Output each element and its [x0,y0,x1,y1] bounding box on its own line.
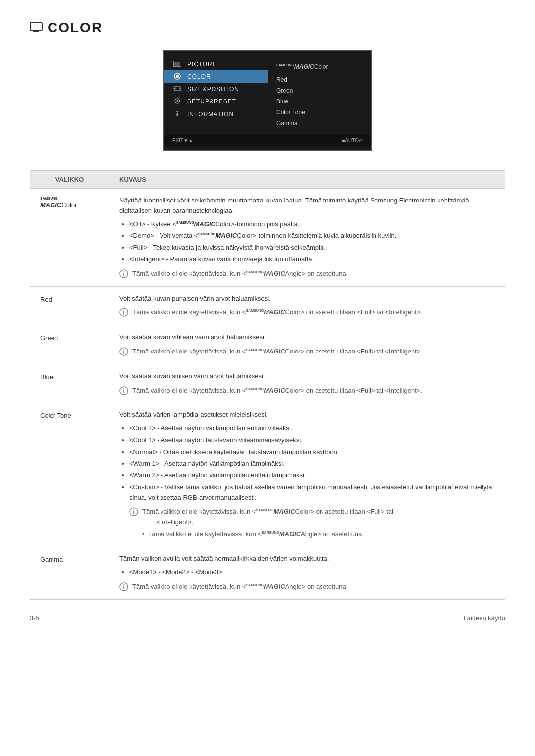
row-label-blue: Blue [30,364,109,403]
note-green: Tämä valikko ei ole käytettävissä, kun <… [119,347,495,357]
note-gamma: Tämä valikko ei ole käytettävissä, kun <… [119,582,495,592]
svg-rect-0 [30,23,42,30]
main-table: VALIKKO KUVAUS SAMSUNGMAGICColor Näyttää… [30,170,505,600]
page-number: 3-5 [30,614,39,622]
monitor-bottom-bar: EXIT ▼ ▲ ■ AUTO ⊙ [164,135,371,146]
svg-rect-2 [33,31,39,32]
power-btn: ⊙ [359,138,363,143]
row-label-red: Red [30,286,109,325]
col-header-valikko: VALIKKO [30,171,109,189]
note-icon [119,308,128,317]
table-row: Blue Voit säätää kuvan sinisen värin arv… [30,364,505,403]
row-label-colortone: Color Tone [30,403,109,547]
note-colortone-2: • Tämä valikko ei ole käytettävissä, kun… [142,529,495,540]
menu-item-picture: PICTURE [164,58,268,70]
size-icon [172,86,182,93]
table-row: Green Voit säätää kuvan vihreän värin ar… [30,325,505,364]
right-item-green: Green [276,86,363,95]
auto-btn: AUTO [345,138,359,143]
right-item-blue: Blue [276,97,363,106]
note-icon [119,269,128,278]
up-btn: ▲ [188,138,193,143]
col-header-kuvaus: KUVAUS [109,171,505,189]
right-item-red: Red [276,75,363,84]
svg-point-6 [176,75,179,78]
row-desc-green: Voit säätää kuvan vihreän värin arvot ha… [109,325,505,364]
page-title: COLOR [48,20,103,36]
table-row: Red Voit säätää kuvan punaisen värin arv… [30,286,505,325]
size-label: SIZE&POSITION [187,86,239,93]
picture-label: PICTURE [187,61,217,68]
note-icon [119,347,128,356]
svg-point-11 [176,100,178,102]
menu-item-info: INFORMATION [164,108,268,121]
color-icon [172,73,182,81]
note-icon [119,582,128,591]
right-item-colortone: Color Tone [276,108,363,117]
row-desc-magic-color: Näyttää luonnolliset värit selkeämmin mu… [109,189,505,287]
monitor-mockup: PICTURE COLOR SIZE&POSITION [30,50,505,151]
monitor-icon [30,22,43,34]
svg-point-12 [177,111,178,112]
note-magic-color: Tämä valikko ei ole käytettävissä, kun <… [119,269,495,279]
menu-item-color: COLOR [164,70,268,83]
note-icon [119,386,128,395]
svg-rect-4 [174,62,180,66]
right-item-gamma: Gamma [276,119,363,128]
color-label: COLOR [187,73,211,80]
menu-item-size: SIZE&POSITION [164,83,268,95]
svg-rect-1 [35,30,38,31]
svg-rect-13 [177,113,178,116]
table-row: Color Tone Voit säätää värien lämpötila-… [30,403,505,547]
info-label: INFORMATION [187,111,234,118]
row-desc-red: Voit säätää kuvan punaisen värin arvot h… [109,286,505,325]
exit-btn: EXIT [172,138,183,143]
page-header: COLOR [30,20,505,36]
note-blue: Tämä valikko ei ole käytettävissä, kun <… [119,386,495,396]
setup-icon [172,98,182,105]
note-icon [129,507,138,516]
note-colortone-1: Tämä valikko ei ole käytettävissä, kun <… [129,507,495,528]
monitor-menu: PICTURE COLOR SIZE&POSITION [163,50,372,151]
row-label-magic-color: SAMSUNGMAGICColor [30,189,109,287]
table-row: SAMSUNGMAGICColor Näyttää luonnolliset v… [30,189,505,287]
table-row: Gamma Tämän valikon avulla voit säätää n… [30,547,505,599]
down-btn: ▼ [183,138,188,143]
page-footer: 3-5 Laitteen käyttö [30,614,505,622]
info-icon [172,110,182,118]
row-desc-blue: Voit säätää kuvan sinisen värin arvot ha… [109,364,505,403]
row-label-green: Green [30,325,109,364]
menu-right-panel: SAMSUNGMAGICColor Red Green Blue Color T… [268,58,371,133]
row-desc-colortone: Voit säätää värien lämpötila-asetukset m… [109,403,505,547]
picture-icon [172,61,182,68]
row-label-gamma: Gamma [30,547,109,599]
magic-color-header: SAMSUNGMAGICColor [276,63,363,70]
row-desc-gamma: Tämän valikon avulla voit säätää normaal… [109,547,505,599]
setup-label: SETUP&RESET [187,98,236,105]
menu-left-panel: PICTURE COLOR SIZE&POSITION [164,58,268,133]
page-label: Laitteen käyttö [463,614,505,622]
menu-item-setup: SETUP&RESET [164,95,268,108]
note-red: Tämä valikko ei ole käytettävissä, kun <… [119,307,495,318]
